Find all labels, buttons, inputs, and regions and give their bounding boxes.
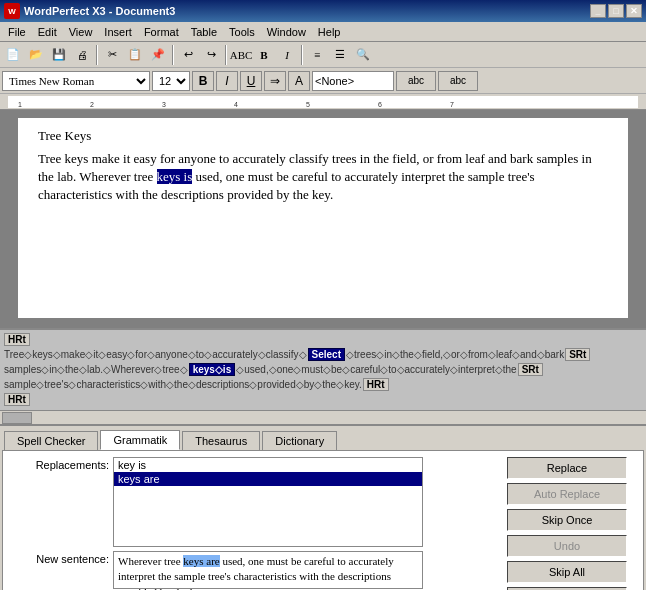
replacement-item-1[interactable]: key is bbox=[114, 458, 422, 472]
italic-toolbar-btn[interactable]: I bbox=[276, 44, 298, 66]
app-icon: W bbox=[4, 3, 20, 19]
menu-edit[interactable]: Edit bbox=[32, 24, 63, 40]
sep2 bbox=[172, 45, 174, 65]
copy-btn[interactable]: 📋 bbox=[124, 44, 146, 66]
code-line-4: sample◇tree's◇characteristics◇with◇the◇d… bbox=[2, 377, 644, 392]
new-btn[interactable]: 📄 bbox=[2, 44, 24, 66]
replacements-label: Replacements: bbox=[9, 457, 109, 471]
code-line-5: HRt bbox=[2, 392, 644, 407]
replace-button[interactable]: Replace bbox=[507, 457, 627, 479]
new-sentence-highlight: keys are bbox=[183, 555, 219, 567]
code-line-1: HRt bbox=[2, 332, 644, 347]
align-center-btn[interactable]: ☰ bbox=[329, 44, 351, 66]
hrt-tag-end: HRt bbox=[363, 378, 389, 391]
cut-btn[interactable]: ✂ bbox=[101, 44, 123, 66]
print-btn[interactable]: 🖨 bbox=[71, 44, 93, 66]
menu-format[interactable]: Format bbox=[138, 24, 185, 40]
tab-grammatik[interactable]: Grammatik bbox=[100, 430, 180, 450]
scroll-thumb[interactable] bbox=[2, 412, 32, 424]
spell-btn[interactable]: ABC bbox=[230, 44, 252, 66]
srt-tag-1: SRt bbox=[565, 348, 590, 361]
indent-btn[interactable]: ⇒ bbox=[264, 71, 286, 91]
keys-is-tag: keys◇is bbox=[189, 363, 236, 376]
zoom-btn[interactable]: 🔍 bbox=[352, 44, 374, 66]
code-text-1: Tree◇keys◇make◇it◇easy◇for◇anyone◇to◇acc… bbox=[4, 349, 307, 360]
code-text-3: samples◇in◇the◇lab.◇Wherever◇tree◇ bbox=[4, 364, 188, 375]
ruler-mark-5: 5 bbox=[306, 101, 310, 108]
ruler-mark-6: 6 bbox=[378, 101, 382, 108]
replacements-row: Replacements: key is keys are bbox=[9, 457, 503, 547]
menu-tools[interactable]: Tools bbox=[223, 24, 261, 40]
style-value: <None> bbox=[315, 75, 354, 87]
skip-once-button[interactable]: Skip Once bbox=[507, 509, 627, 531]
menu-window[interactable]: Window bbox=[261, 24, 312, 40]
main-toolbar: 📄 📂 💾 🖨 ✂ 📋 📌 ↩ ↪ ABC B I ≡ ☰ 🔍 bbox=[0, 42, 646, 68]
close-button[interactable]: ✕ bbox=[626, 4, 642, 18]
menu-view[interactable]: View bbox=[63, 24, 99, 40]
new-sentence-text: Wherever tree keys are used, one must be… bbox=[113, 551, 423, 589]
window-controls: _ □ ✕ bbox=[590, 4, 642, 18]
title-bar: W WordPerfect X3 - Document3 _ □ ✕ bbox=[0, 0, 646, 22]
spell-grid: Replacements: key is keys are New senten… bbox=[9, 457, 637, 590]
srt-tag-2: SRt bbox=[518, 363, 543, 376]
spell-left-column: Replacements: key is keys are New senten… bbox=[9, 457, 503, 590]
format-bar: Times New Roman 12 B I U ⇒ A <None> abc … bbox=[0, 68, 646, 94]
ruler-mark-2: 2 bbox=[90, 101, 94, 108]
color-btn[interactable]: A bbox=[288, 71, 310, 91]
bottom-panel: Spell Checker Grammatik Thesaurus Dictio… bbox=[0, 424, 646, 590]
align-left-btn[interactable]: ≡ bbox=[306, 44, 328, 66]
sep3 bbox=[225, 45, 227, 65]
ruler-mark-1: 1 bbox=[18, 101, 22, 108]
save-btn[interactable]: 💾 bbox=[48, 44, 70, 66]
code-line-2: Tree◇keys◇make◇it◇easy◇for◇anyone◇to◇acc… bbox=[2, 347, 644, 362]
new-sentence-pre: Wherever tree bbox=[118, 555, 183, 567]
menu-help[interactable]: Help bbox=[312, 24, 347, 40]
menu-insert[interactable]: Insert bbox=[98, 24, 138, 40]
font-selector[interactable]: Times New Roman bbox=[2, 71, 150, 91]
app-title: WordPerfect X3 - Document3 bbox=[24, 5, 175, 17]
new-sentence-label: New sentence: bbox=[9, 551, 109, 565]
sep1 bbox=[96, 45, 98, 65]
tab-spell-checker[interactable]: Spell Checker bbox=[4, 431, 98, 450]
maximize-button[interactable]: □ bbox=[608, 4, 624, 18]
code-text-4: ◇used,◇one◇must◇be◇careful◇to◇accurately… bbox=[236, 364, 516, 375]
tab-dictionary[interactable]: Dictionary bbox=[262, 431, 337, 450]
tabs-row: Spell Checker Grammatik Thesaurus Dictio… bbox=[0, 426, 646, 450]
abc-check2[interactable]: abc bbox=[438, 71, 478, 91]
sep4 bbox=[301, 45, 303, 65]
replacement-item-2[interactable]: keys are bbox=[114, 472, 422, 486]
auto-replace-button[interactable]: Auto Replace bbox=[507, 483, 627, 505]
document-area: Tree Keys Tree keys make it easy for any… bbox=[0, 110, 646, 328]
open-btn[interactable]: 📂 bbox=[25, 44, 47, 66]
replacements-listbox[interactable]: key is keys are bbox=[113, 457, 423, 547]
document-title: Tree Keys bbox=[38, 128, 608, 144]
redo-btn[interactable]: ↪ bbox=[200, 44, 222, 66]
ruler-mark-7: 7 bbox=[450, 101, 454, 108]
spell-right-column: Replace Auto Replace Skip Once Undo Skip… bbox=[507, 457, 637, 590]
select-tag: Select bbox=[308, 348, 345, 361]
code-text-5: sample◇tree's◇characteristics◇with◇the◇d… bbox=[4, 379, 362, 390]
menu-file[interactable]: File bbox=[2, 24, 32, 40]
size-selector[interactable]: 12 bbox=[152, 71, 190, 91]
menu-bar: File Edit View Insert Format Table Tools… bbox=[0, 22, 646, 42]
abc-check1[interactable]: abc bbox=[396, 71, 436, 91]
tab-thesaurus[interactable]: Thesaurus bbox=[182, 431, 260, 450]
highlighted-text: keys is bbox=[157, 169, 193, 184]
style-box: <None> bbox=[312, 71, 394, 91]
hrt-tag-1: HRt bbox=[4, 333, 30, 346]
skip-all-button[interactable]: Skip All bbox=[507, 561, 627, 583]
minimize-button[interactable]: _ bbox=[590, 4, 606, 18]
horizontal-scrollbar[interactable] bbox=[0, 410, 646, 424]
menu-table[interactable]: Table bbox=[185, 24, 223, 40]
undo-btn[interactable]: ↩ bbox=[177, 44, 199, 66]
document-body[interactable]: Tree keys make it easy for anyone to acc… bbox=[38, 150, 608, 205]
bold-toolbar-btn[interactable]: B bbox=[253, 44, 275, 66]
underline-btn[interactable]: U bbox=[240, 71, 262, 91]
paste-btn[interactable]: 📌 bbox=[147, 44, 169, 66]
bold-btn[interactable]: B bbox=[192, 71, 214, 91]
document-page[interactable]: Tree Keys Tree keys make it easy for any… bbox=[18, 118, 628, 318]
ruler-mark-4: 4 bbox=[234, 101, 238, 108]
ruler: 1 2 3 4 5 6 7 bbox=[0, 94, 646, 110]
italic-btn[interactable]: I bbox=[216, 71, 238, 91]
undo-button[interactable]: Undo bbox=[507, 535, 627, 557]
